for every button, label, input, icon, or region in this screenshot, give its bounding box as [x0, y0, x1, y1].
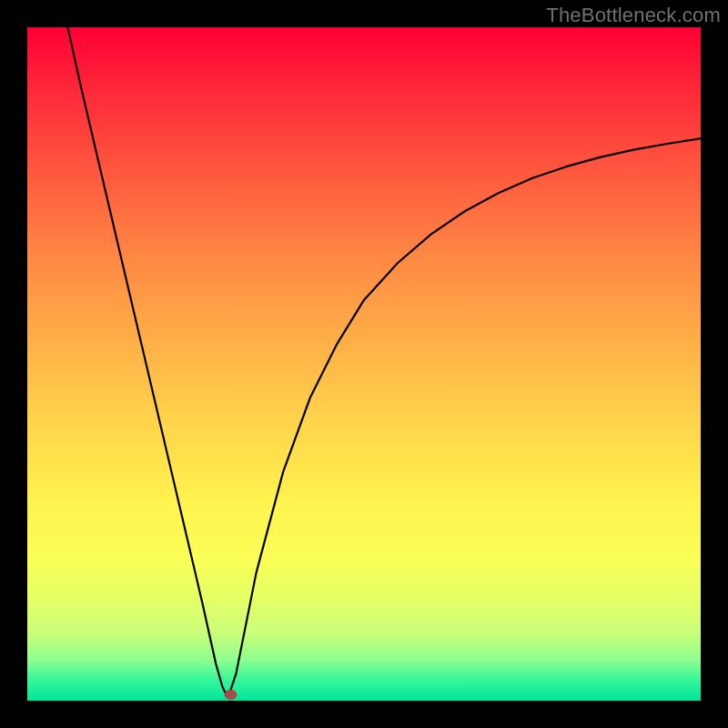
chart-frame: TheBottleneck.com: [0, 0, 728, 728]
bottleneck-curve: [67, 27, 701, 694]
attribution-label: TheBottleneck.com: [546, 4, 721, 27]
plot-area: [27, 27, 701, 701]
chart-svg: [27, 27, 701, 701]
minimum-marker: [224, 690, 237, 700]
